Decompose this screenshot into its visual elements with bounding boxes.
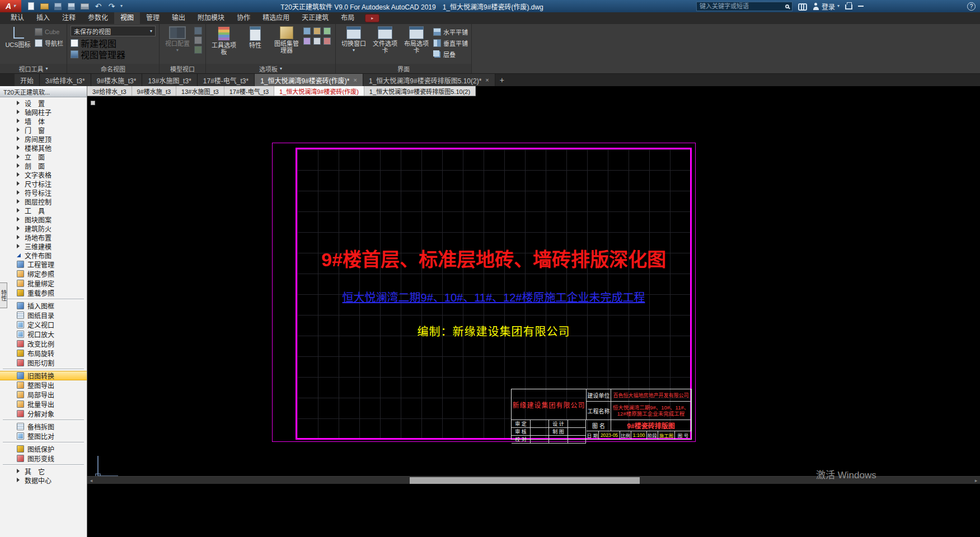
ribbon-tab-manage[interactable]: 管理: [140, 12, 166, 24]
new-drawing-tab-button[interactable]: [495, 74, 509, 86]
scroll-right-arrow-icon[interactable]: [972, 477, 980, 484]
redo-button[interactable]: [107, 2, 116, 11]
switch-windows-button[interactable]: 切换窗口: [339, 26, 368, 53]
palette-group-text-table[interactable]: 文字表格: [0, 170, 87, 179]
open-file-button[interactable]: [40, 2, 49, 11]
palette-group-3d-modeling[interactable]: 三维建模: [0, 242, 87, 251]
save-button[interactable]: [53, 2, 63, 11]
file-tab-active[interactable]: 1_恒大悦澜湾9#楼瓷砖(作废)*: [255, 74, 363, 86]
file-tab[interactable]: 17#楼-电气_t3*: [198, 74, 255, 86]
ribbon-tab-view[interactable]: 视图: [114, 12, 140, 24]
viewcube-toggle-button[interactable]: Cube: [35, 27, 63, 36]
ribbon-tab-insert[interactable]: 插入: [30, 12, 56, 24]
signin-button[interactable]: 登录: [813, 2, 840, 11]
palette-item-reload-xref[interactable]: 重载参照: [0, 288, 87, 298]
palette-item-layout-rotate[interactable]: 布局旋转: [0, 348, 87, 358]
palette-item-drawing-cut[interactable]: 图形切割: [0, 358, 87, 368]
scrollbar-thumb[interactable]: [410, 477, 640, 484]
ribbon-tab-addins[interactable]: 附加模块: [191, 12, 231, 24]
doc-tab[interactable]: 1_恒大悦澜湾9#楼瓷砖排版图5.10(2): [364, 86, 476, 96]
file-tab[interactable]: 3#给排水_t3*: [40, 74, 91, 86]
minimize-icon[interactable]: [858, 6, 864, 7]
panel-label-model-viewports[interactable]: 模型视口: [160, 64, 205, 73]
designcenter-icon[interactable]: [303, 37, 311, 45]
app-store-icon[interactable]: [845, 4, 852, 10]
palette-title[interactable]: T20天正建筑软...: [0, 86, 87, 97]
ribbon-extra-icon[interactable]: [365, 14, 379, 22]
doc-tab[interactable]: 17#楼-电气_t3: [224, 86, 274, 96]
palette-group-fire-protection[interactable]: 建筑防火: [0, 224, 87, 233]
sheet-set-manager-button[interactable]: 图纸集管理器: [272, 26, 301, 54]
count-palette-icon[interactable]: [313, 27, 321, 35]
autocad-logo-button[interactable]: A: [0, 0, 21, 12]
palette-item-project-manager[interactable]: 工程管理: [0, 260, 87, 269]
cascade-windows-button[interactable]: 层叠: [433, 49, 468, 59]
palette-item-archive-split[interactable]: 备档拆图: [0, 422, 87, 431]
ribbon-tab-layout[interactable]: 布局: [335, 12, 360, 24]
doc-tab-active[interactable]: 1_恒大悦澜湾9#楼瓷砖(作废): [274, 86, 364, 96]
palette-group-stairs-other[interactable]: 楼梯其他: [0, 143, 87, 152]
palette-group-wall[interactable]: 墙 体: [0, 116, 87, 125]
file-tab[interactable]: 1_恒大悦澜湾9#楼瓷砖排版图5.10(2)*: [363, 74, 495, 86]
palette-item-insert-frame[interactable]: 插入图框: [0, 301, 87, 310]
palette-group-layer-control[interactable]: 图层控制: [0, 197, 87, 206]
ribbon-tab-parametric[interactable]: 参数化: [82, 12, 114, 24]
restore-viewport-icon[interactable]: [194, 46, 202, 54]
properties-button[interactable]: 特性: [241, 26, 270, 49]
palette-group-symbol[interactable]: 符号标注: [0, 188, 87, 197]
palette-splitter-grip[interactable]: [91, 101, 95, 105]
ribbon-tab-output[interactable]: 输出: [166, 12, 191, 24]
panel-label-viewport-tools[interactable]: 视口工具: [0, 64, 67, 73]
properties-vertical-tab[interactable]: 特性: [0, 282, 7, 308]
palette-group-other[interactable]: 其 它: [0, 467, 87, 475]
search-input[interactable]: [700, 3, 783, 10]
ribbon-tab-featured-apps[interactable]: 精选应用: [256, 12, 296, 24]
file-tab[interactable]: 13#水施图_t3*: [142, 74, 197, 86]
xref-manager-icon[interactable]: [323, 37, 331, 45]
ribbon-tab-home[interactable]: 默认: [4, 12, 30, 24]
panel-label-named-views[interactable]: 命名视图: [67, 64, 159, 73]
tool-palettes-button[interactable]: 工具选项板: [209, 26, 238, 55]
palette-item-sheet-catalog[interactable]: 图纸目录: [0, 310, 87, 320]
new-file-button[interactable]: [26, 2, 36, 11]
doc-tab[interactable]: 13#水施图_t3: [176, 86, 224, 96]
palette-group-block-pattern[interactable]: 图块图案: [0, 215, 87, 224]
palette-group-door-window[interactable]: 门 窗: [0, 125, 87, 134]
palette-item-define-viewport[interactable]: 定义视口: [0, 320, 87, 329]
blocks-palette-icon[interactable]: [303, 27, 311, 35]
new-view-button[interactable]: 新建视图: [71, 38, 116, 48]
palette-item-batch-bind[interactable]: 批量绑定: [0, 279, 87, 288]
tile-horizontally-button[interactable]: 水平平铺: [433, 27, 468, 36]
palette-group-section[interactable]: 剖 面: [0, 161, 87, 170]
palette-group-settings[interactable]: 设 置: [0, 98, 87, 107]
panel-label-interface[interactable]: 界面: [336, 64, 471, 73]
tile-vertically-button[interactable]: 垂直平铺: [433, 38, 468, 48]
palette-group-file-layout[interactable]: 文件布图: [0, 251, 87, 260]
scroll-left-arrow-icon[interactable]: [87, 477, 95, 484]
palette-item-export-whole[interactable]: 整图导出: [0, 380, 87, 390]
palette-item-explode-object[interactable]: 分解对象: [0, 409, 87, 418]
viewport-config-button[interactable]: 视口配置: [163, 26, 192, 53]
palette-group-room-roof[interactable]: 房间屋顶: [0, 134, 87, 143]
palette-group-site-layout[interactable]: 场地布置: [0, 233, 87, 242]
palette-item-bind-xref[interactable]: 绑定参照: [0, 269, 87, 279]
palette-group-elevation[interactable]: 立 面: [0, 152, 87, 161]
save-as-button[interactable]: [67, 2, 76, 11]
palette-item-old-drawing-convert[interactable]: 旧图转换: [0, 371, 87, 380]
palette-item-batch-export[interactable]: 批量导出: [0, 399, 87, 409]
layout-tabs-toggle-button[interactable]: 布局选项卡: [402, 26, 431, 54]
palette-group-tools[interactable]: 工 具: [0, 206, 87, 215]
palette-item-viewport-zoom[interactable]: 视口放大: [0, 329, 87, 339]
binoculars-icon[interactable]: [798, 3, 807, 9]
doc-tab[interactable]: 3#给排水_t3: [87, 86, 132, 96]
file-tab-start[interactable]: 开始: [15, 74, 40, 86]
named-viewport-icon[interactable]: [194, 27, 202, 35]
ribbon-tab-tarch[interactable]: 天正建筑: [296, 12, 335, 24]
undo-button[interactable]: [93, 2, 103, 11]
ribbon-tab-collaborate[interactable]: 协作: [231, 12, 256, 24]
navigation-bar-toggle-button[interactable]: 导航栏: [35, 38, 63, 48]
palette-group-grid-column[interactable]: 轴网柱子: [0, 107, 87, 116]
palette-group-dimension[interactable]: 尺寸标注: [0, 179, 87, 188]
drawing-canvas[interactable]: 3#给排水_t3 9#楼水施_t3 13#水施图_t3 17#楼-电气_t3 1…: [87, 86, 980, 537]
palette-group-data-center[interactable]: 数据中心: [0, 475, 87, 484]
